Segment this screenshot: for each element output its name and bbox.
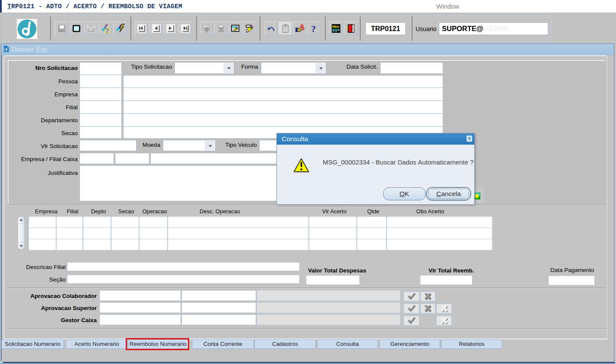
svg-text:?: ?	[311, 24, 315, 33]
svg-text:?: ?	[106, 27, 109, 33]
svg-text:Menu: Menu	[332, 25, 340, 28]
